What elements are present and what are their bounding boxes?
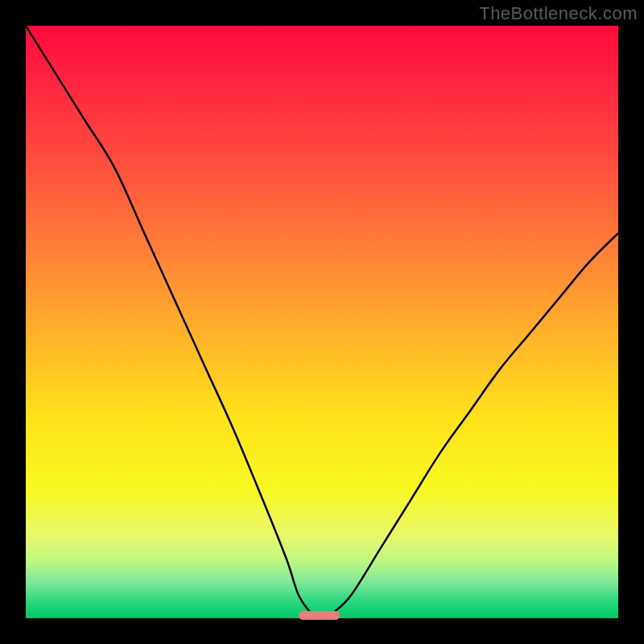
watermark-text: TheBottleneck.com	[479, 3, 638, 24]
chart-frame	[26, 26, 618, 618]
chart-background-gradient	[26, 26, 618, 618]
gradient-rect	[26, 26, 618, 618]
optimal-marker	[299, 611, 341, 620]
